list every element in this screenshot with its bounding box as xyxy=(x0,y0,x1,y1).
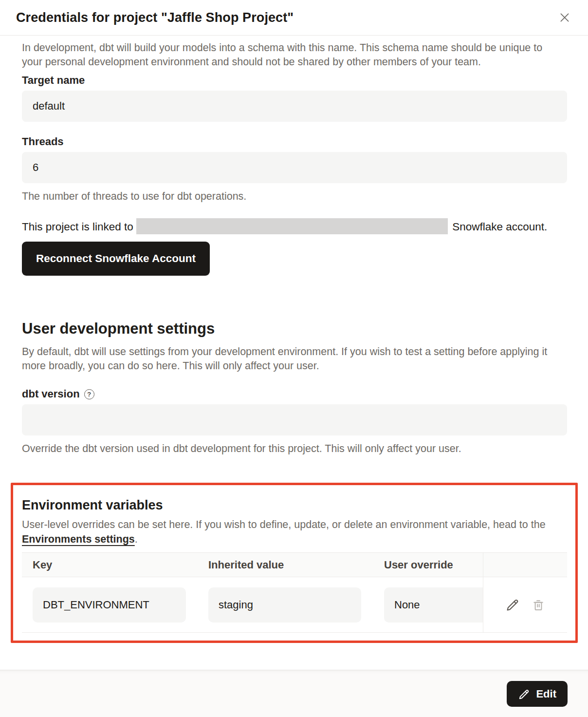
env-var-inherited-value-cell: staging xyxy=(208,587,361,623)
modal-header: Credentials for project "Jaffle Shop Pro… xyxy=(0,0,588,36)
env-vars-highlight-box: Environment variables User-level overrid… xyxy=(11,483,578,643)
dbt-version-label: dbt version xyxy=(22,388,80,400)
column-header-inherited-value: Inherited value xyxy=(198,553,373,577)
credentials-modal: Credentials for project "Jaffle Shop Pro… xyxy=(0,0,588,717)
redacted-account-name xyxy=(136,218,448,234)
env-vars-description: User-level overrides can be set here. If… xyxy=(22,517,562,547)
edit-button[interactable]: Edit xyxy=(507,681,568,707)
intro-text: In development, dbt will build your mode… xyxy=(22,41,565,69)
close-button[interactable] xyxy=(556,9,573,26)
snowflake-linked-text: This project is linked to Snowflake acco… xyxy=(22,218,567,236)
table-header-row: Key Inherited value User override xyxy=(22,552,567,577)
edit-button-label: Edit xyxy=(536,688,556,700)
dbt-version-helper: Override the dbt version used in dbt dev… xyxy=(22,442,567,455)
env-var-user-override-cell: None xyxy=(384,587,483,623)
modal-body: In development, dbt will build your mode… xyxy=(0,41,588,643)
table-row: DBT_ENVIRONMENT staging None xyxy=(22,577,567,633)
pencil-icon xyxy=(505,597,520,612)
threads-input[interactable] xyxy=(22,152,567,183)
target-name-label: Target name xyxy=(22,74,567,87)
pencil-icon xyxy=(518,688,531,700)
modal-footer: Edit xyxy=(0,670,588,717)
help-icon[interactable]: ? xyxy=(84,389,94,399)
threads-helper: The number of threads to use for dbt ope… xyxy=(22,190,567,203)
threads-label: Threads xyxy=(22,135,567,148)
dbt-version-input[interactable] xyxy=(22,404,567,435)
target-name-input[interactable] xyxy=(22,91,567,122)
column-header-actions xyxy=(483,553,567,577)
trash-icon xyxy=(532,598,545,612)
edit-row-button[interactable] xyxy=(505,597,520,612)
user-dev-settings-description: By default, dbt will use settings from y… xyxy=(22,345,562,373)
env-vars-heading: Environment variables xyxy=(22,498,567,512)
column-header-user-override: User override xyxy=(373,553,483,577)
user-dev-settings-heading: User development settings xyxy=(22,321,567,337)
delete-row-button[interactable] xyxy=(532,598,545,612)
reconnect-snowflake-button[interactable]: Reconnect Snowflake Account xyxy=(22,242,210,276)
modal-title: Credentials for project "Jaffle Shop Pro… xyxy=(16,10,294,25)
close-icon xyxy=(558,11,571,24)
reconnect-snowflake-label: Reconnect Snowflake Account xyxy=(36,252,196,265)
column-header-key: Key xyxy=(22,553,198,577)
env-var-key-cell: DBT_ENVIRONMENT xyxy=(33,587,186,623)
env-vars-table: Key Inherited value User override DBT_EN… xyxy=(22,552,567,633)
environments-settings-link[interactable]: Environments settings xyxy=(22,533,135,545)
